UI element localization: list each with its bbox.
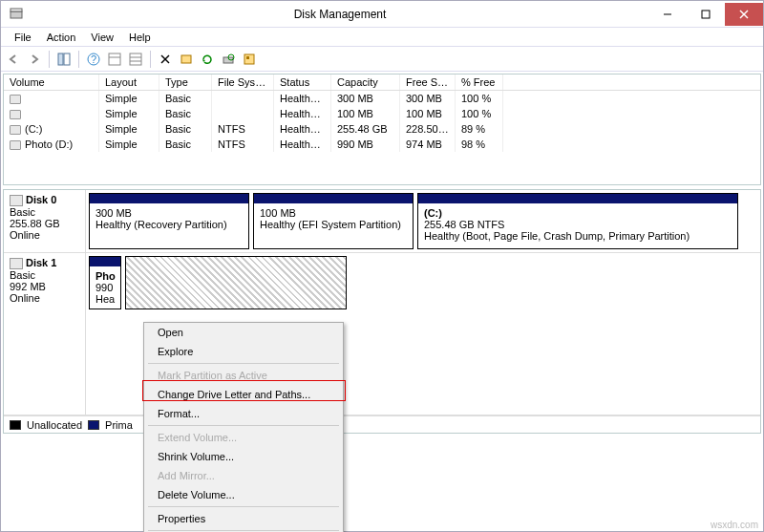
volume-icon: [10, 95, 21, 104]
legend-label-primary: Prima: [105, 419, 133, 431]
list-body[interactable]: SimpleBasicHealthy (R...300 MB300 MB100 …: [4, 91, 760, 184]
svg-rect-0: [11, 11, 22, 18]
legend-swatch-unallocated: [10, 420, 21, 430]
disk-info[interactable]: Disk 1Basic992 MBOnline: [4, 253, 86, 415]
menu-item-extend-volume: Extend Volume...: [144, 428, 343, 447]
svg-rect-12: [130, 53, 141, 65]
menu-separator: [148, 530, 339, 531]
list-view-icon[interactable]: [127, 51, 144, 68]
app-icon: [9, 7, 24, 22]
col-status[interactable]: Status: [274, 74, 331, 90]
window-title: Disk Management: [32, 8, 648, 21]
disk-row: Disk 1Basic992 MBOnlinePho990Hea: [4, 253, 760, 415]
menu-item-mark-partition-as-active: Mark Partition as Active: [144, 366, 343, 385]
partition[interactable]: (C:)255.48 GB NTFSHealthy (Boot, Page Fi…: [417, 193, 738, 249]
legend: UnallocatedPrima: [4, 415, 760, 433]
show-hide-icon[interactable]: [55, 51, 73, 68]
forward-icon[interactable]: [26, 51, 43, 68]
volume-list[interactable]: Volume Layout Type File System Status Ca…: [3, 74, 761, 185]
window-controls: [648, 3, 763, 26]
svg-rect-6: [58, 53, 63, 65]
svg-rect-17: [181, 55, 191, 63]
partition[interactable]: Pho990Hea: [89, 256, 121, 309]
help-icon[interactable]: ?: [85, 51, 102, 68]
col-capacity[interactable]: Capacity: [331, 74, 400, 90]
watermark: wsxdn.com: [711, 520, 758, 530]
graphical-view: Disk 0Basic255.88 GBOnline300 MBHealthy …: [3, 189, 761, 434]
disk-partitions: 300 MBHealthy (Recovery Partition)100 MB…: [86, 190, 760, 252]
settings-view-icon[interactable]: [106, 51, 123, 68]
disk-info[interactable]: Disk 0Basic255.88 GBOnline: [4, 190, 86, 252]
volume-icon: [10, 110, 21, 119]
table-row[interactable]: SimpleBasicHealthy (R...300 MB300 MB100 …: [4, 91, 760, 106]
menu-item-open[interactable]: Open: [144, 323, 343, 342]
refresh-icon[interactable]: [199, 51, 216, 68]
menu-item-add-mirror: Add Mirror...: [144, 466, 343, 485]
svg-rect-21: [246, 56, 249, 59]
toolbar: ?: [1, 47, 763, 72]
col-type[interactable]: Type: [159, 74, 212, 90]
partition[interactable]: 100 MBHealthy (EFI System Partition): [253, 193, 414, 249]
col-volume[interactable]: Volume: [4, 74, 99, 90]
legend-swatch-primary: [88, 420, 99, 430]
col-freespace[interactable]: Free Spa...: [400, 74, 456, 90]
menu-item-properties[interactable]: Properties: [144, 509, 343, 528]
options-icon[interactable]: [241, 51, 258, 68]
svg-rect-10: [109, 53, 120, 65]
col-filesystem[interactable]: File System: [212, 74, 274, 90]
menubar: File Action View Help: [1, 28, 763, 47]
list-header[interactable]: Volume Layout Type File System Status Ca…: [4, 74, 760, 91]
back-icon[interactable]: [5, 51, 22, 68]
svg-rect-1: [11, 9, 22, 11]
partition[interactable]: 300 MBHealthy (Recovery Partition): [89, 193, 249, 249]
menu-separator: [148, 425, 339, 426]
menu-item-delete-volume[interactable]: Delete Volume...: [144, 485, 343, 504]
col-layout[interactable]: Layout: [99, 74, 159, 90]
menu-item-explore[interactable]: Explore: [144, 342, 343, 361]
disk-management-window: Disk Management File Action View Help ? …: [0, 0, 764, 532]
col-pctfree[interactable]: % Free: [456, 74, 503, 90]
menu-item-shrink-volume[interactable]: Shrink Volume...: [144, 447, 343, 466]
volume-icon: [10, 140, 21, 150]
delete-icon[interactable]: [157, 51, 174, 68]
menu-view[interactable]: View: [83, 32, 121, 43]
menu-item-change-drive-letter-and-paths[interactable]: Change Drive Letter and Paths...: [144, 385, 343, 404]
close-button[interactable]: [725, 3, 763, 26]
disk-icon: [10, 195, 23, 206]
menu-file[interactable]: File: [7, 32, 39, 43]
menu-separator: [148, 506, 339, 507]
svg-rect-3: [702, 11, 710, 18]
disk-icon: [10, 258, 23, 269]
svg-rect-7: [64, 53, 70, 65]
volume-icon: [10, 125, 21, 135]
menu-item-format[interactable]: Format...: [144, 404, 343, 423]
menu-action[interactable]: Action: [39, 32, 84, 43]
menu-separator: [148, 363, 339, 364]
table-row[interactable]: (C:)SimpleBasicNTFSHealthy (B...255.48 G…: [4, 121, 760, 137]
properties-icon[interactable]: [178, 51, 195, 68]
table-row[interactable]: Photo (D:)SimpleBasicNTFSHealthy (P...99…: [4, 137, 760, 152]
maximize-button[interactable]: [687, 3, 725, 26]
table-row[interactable]: SimpleBasicHealthy (E...100 MB100 MB100 …: [4, 106, 760, 121]
menu-help[interactable]: Help: [121, 32, 159, 43]
rescan-icon[interactable]: [220, 51, 237, 68]
unallocated-space[interactable]: [125, 256, 347, 309]
legend-label-unallocated: Unallocated: [27, 419, 82, 431]
context-menu[interactable]: OpenExploreMark Partition as ActiveChang…: [143, 322, 344, 532]
disk-row: Disk 0Basic255.88 GBOnline300 MBHealthy …: [4, 190, 760, 253]
minimize-button[interactable]: [648, 3, 687, 26]
titlebar: Disk Management: [1, 1, 763, 28]
svg-text:?: ?: [91, 53, 96, 65]
